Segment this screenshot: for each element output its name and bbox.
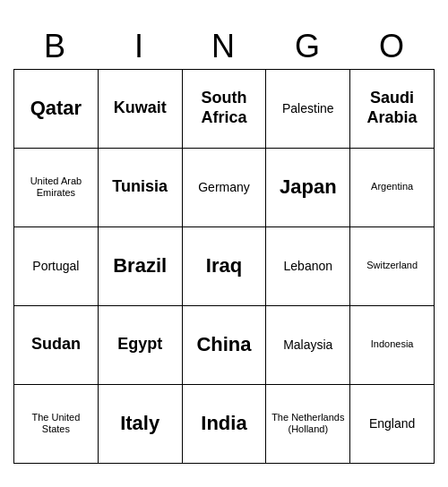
cell-label: England (369, 416, 415, 431)
cell-r4-c2: India (183, 385, 267, 464)
cell-label: China (196, 333, 251, 356)
cell-label: Switzerland (366, 260, 418, 271)
cell-label: Portugal (32, 259, 79, 274)
cell-label: Palestine (282, 101, 334, 116)
cell-r3-c0: Sudan (14, 306, 99, 385)
cell-r4-c4: England (350, 385, 435, 464)
cell-label: Iraq (206, 254, 242, 278)
cell-label: Sudan (31, 335, 81, 355)
cell-label: The Netherlands (Holland) (270, 412, 346, 435)
cell-r3-c2: China (183, 306, 267, 385)
header-letter-O: O (350, 24, 435, 69)
cell-r1-c0: United Arab Emirates (14, 149, 99, 227)
cell-label: The United States (18, 412, 94, 435)
cell-label: South Africa (186, 89, 263, 127)
cell-r0-c1: Kuwait (99, 70, 183, 149)
cell-label: Saudi Arabia (354, 89, 430, 127)
cell-r0-c0: Qatar (14, 70, 99, 149)
cell-label: India (201, 412, 246, 435)
cell-r0-c3: Palestine (266, 70, 350, 149)
cell-label: Malaysia (283, 337, 332, 353)
cell-r1-c3: Japan (266, 149, 350, 227)
cell-label: Japan (280, 175, 337, 199)
cell-r4-c3: The Netherlands (Holland) (266, 385, 350, 464)
cell-label: Indonesia (371, 338, 414, 350)
cell-label: Kuwait (114, 98, 167, 118)
cell-label: Lebanon (284, 259, 333, 274)
header-letter-N: N (182, 24, 266, 69)
cell-r2-c4: Switzerland (350, 227, 435, 306)
cell-label: Egypt (117, 335, 162, 355)
cell-r1-c2: Germany (183, 149, 267, 227)
cell-r2-c0: Portugal (14, 227, 99, 306)
cell-label: Argentina (371, 181, 413, 192)
cell-label: Brazil (113, 254, 167, 278)
cell-label: Germany (198, 180, 250, 195)
cell-label: Italy (120, 412, 159, 435)
cell-r3-c4: Indonesia (350, 306, 435, 385)
cell-r0-c2: South Africa (183, 70, 267, 149)
bingo-card: BINGO QatarKuwaitSouth AfricaPalestineSa… (13, 24, 435, 464)
cell-r1-c1: Tunisia (99, 149, 183, 227)
cell-label: Qatar (30, 97, 82, 120)
cell-r0-c4: Saudi Arabia (350, 70, 435, 149)
cell-r4-c1: Italy (99, 385, 183, 464)
cell-r2-c1: Brazil (99, 227, 183, 306)
header-letter-I: I (98, 24, 182, 69)
header-letter-B: B (13, 24, 98, 69)
cell-r2-c2: Iraq (183, 227, 267, 306)
bingo-grid: QatarKuwaitSouth AfricaPalestineSaudi Ar… (13, 69, 435, 464)
cell-r1-c4: Argentina (350, 149, 435, 227)
cell-r4-c0: The United States (14, 385, 99, 464)
cell-r3-c1: Egypt (99, 306, 183, 385)
header-letter-G: G (266, 24, 350, 69)
cell-label: Tunisia (112, 177, 168, 197)
cell-r3-c3: Malaysia (266, 306, 350, 385)
bingo-header: BINGO (13, 24, 435, 69)
cell-label: United Arab Emirates (18, 175, 94, 199)
cell-r2-c3: Lebanon (266, 227, 350, 306)
